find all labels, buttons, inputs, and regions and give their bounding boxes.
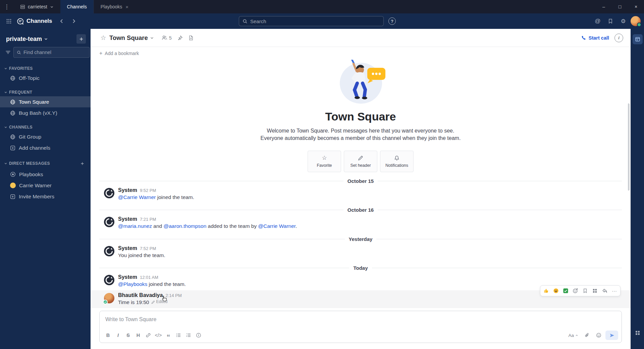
mention-link[interactable]: @maria.nunez — [118, 223, 152, 229]
strikethrough-button[interactable]: S — [123, 331, 133, 340]
system-avatar[interactable] — [104, 188, 114, 198]
thumbs-up-reaction-button[interactable] — [542, 287, 551, 295]
help-icon[interactable]: ? — [388, 17, 396, 25]
set-header-button[interactable]: Set header — [344, 151, 377, 172]
start-call-button[interactable]: Start call — [581, 35, 609, 41]
add-reaction-button[interactable] — [571, 287, 580, 295]
numbered-list-button[interactable] — [183, 331, 194, 340]
grinning-face-icon — [553, 288, 559, 294]
italic-button[interactable]: I — [113, 331, 123, 340]
channel-menu[interactable]: Town Square — [109, 34, 154, 42]
grinning-reaction-button[interactable] — [551, 287, 560, 295]
channel-info-icon[interactable]: i — [614, 34, 623, 42]
message-sender[interactable]: System — [118, 274, 137, 280]
send-message-button[interactable] — [605, 331, 618, 340]
tab-channels[interactable]: Channels — [60, 0, 94, 13]
add-bookmark-button[interactable]: + Add a bookmark — [91, 47, 631, 60]
sidebar-item-add-channels[interactable]: Add channels — [0, 142, 91, 153]
message-scrollbar[interactable] — [628, 103, 630, 191]
team-menu[interactable]: private-team — [6, 36, 48, 43]
mention-link[interactable]: @Carrie Warner — [118, 194, 156, 200]
server-selector[interactable]: carrietest — [13, 0, 60, 13]
bulleted-list-button[interactable] — [173, 331, 183, 340]
sidebar-item-git-group[interactable]: Git Group — [0, 131, 91, 142]
message-sender[interactable]: System — [118, 216, 137, 222]
emoji-picker-button[interactable] — [594, 331, 604, 340]
formatting-help-icon[interactable] — [194, 331, 204, 340]
plus-icon: + — [99, 50, 102, 56]
notifications-button[interactable]: Notifications — [380, 151, 414, 172]
mention-link[interactable]: @Playbooks — [118, 281, 147, 287]
sidebar-item-invite-members[interactable]: Invite Members — [0, 191, 91, 202]
save-message-button[interactable] — [581, 287, 590, 295]
add-direct-message-icon[interactable] — [78, 160, 86, 167]
channel-files-icon[interactable] — [186, 33, 196, 43]
user-avatar[interactable] — [104, 293, 114, 303]
sidebar-section-channels[interactable]: CHANNELS — [0, 124, 91, 131]
find-channel-field[interactable] — [23, 50, 86, 55]
favorite-star-icon[interactable]: ☆ — [99, 33, 108, 43]
message-text: Time is 19:50Edited — [118, 299, 182, 306]
mention-link[interactable]: @Carrie Warner — [258, 223, 296, 229]
channel-members-button[interactable]: 5 — [159, 34, 174, 42]
product-grid-icon[interactable] — [635, 330, 640, 336]
product-switcher-icon[interactable] — [3, 16, 14, 27]
member-count: 5 — [169, 35, 172, 41]
more-actions-button[interactable]: ··· — [610, 287, 619, 295]
app-menu-icon[interactable]: ⋮ — [0, 0, 13, 13]
search-field[interactable] — [250, 18, 380, 24]
toggle-formatting-button[interactable]: Aa — [566, 332, 580, 339]
search-input[interactable] — [239, 16, 384, 26]
history-back-icon[interactable] — [56, 16, 67, 27]
message-sender[interactable]: System — [118, 245, 137, 251]
reply-button[interactable] — [600, 287, 609, 295]
close-window-button[interactable]: × — [628, 0, 644, 13]
online-status-icon — [637, 22, 641, 27]
quote-button[interactable]: “ — [163, 331, 173, 340]
app-bar-playbooks-icon[interactable] — [633, 34, 643, 44]
sidebar-section-favorites[interactable]: FAVORITES — [0, 65, 91, 72]
mentions-icon[interactable]: @ — [592, 16, 603, 27]
history-forward-icon[interactable] — [68, 16, 79, 27]
message-timestamp: 9:52 PM — [140, 188, 156, 193]
chevron-down-icon — [4, 126, 7, 129]
tab-playbooks[interactable]: Playbooks × — [94, 0, 135, 13]
saved-posts-icon[interactable] — [605, 16, 616, 27]
settings-gear-icon[interactable]: ⚙ — [618, 16, 629, 27]
minimize-button[interactable]: – — [596, 0, 612, 13]
sidebar-item-town-square[interactable]: Town Square — [0, 96, 91, 107]
globe-icon — [10, 76, 15, 81]
sidebar-section-direct-messages[interactable]: DIRECT MESSAGES — [0, 159, 91, 169]
link-button[interactable] — [143, 331, 153, 340]
close-tab-icon[interactable]: × — [125, 4, 128, 10]
message-sender[interactable]: System — [118, 187, 137, 193]
bold-button[interactable]: B — [103, 331, 113, 340]
message-sender[interactable]: Bhautik Bavadiya — [118, 292, 163, 298]
system-avatar[interactable] — [104, 246, 114, 256]
heading-button[interactable]: H — [133, 331, 143, 340]
check-mark-reaction-button[interactable] — [561, 287, 570, 295]
attach-file-button[interactable] — [582, 331, 592, 340]
add-channels-plus-button[interactable] — [76, 34, 86, 44]
mention-link[interactable]: @aaron.thompson — [164, 223, 207, 229]
sidebar-item-carrie-warner[interactable]: Carrie Warner — [0, 180, 91, 191]
maximize-button[interactable]: □ — [612, 0, 628, 13]
message-apps-button[interactable] — [590, 287, 599, 295]
system-avatar[interactable] — [104, 217, 114, 227]
sidebar-item-off-topic[interactable]: Off-Topic — [0, 72, 91, 84]
channel-header: ☆ Town Square 5 Sta — [91, 29, 631, 47]
user-avatar[interactable] — [631, 16, 641, 26]
channel-intro-description: Welcome to Town Square. Post messages he… — [258, 127, 463, 142]
message-list[interactable]: Town Square Welcome to Town Square. Post… — [91, 60, 631, 310]
pinned-posts-icon[interactable] — [175, 33, 185, 43]
channel-filter-icon[interactable] — [5, 48, 11, 57]
plus-box-icon — [10, 194, 15, 199]
code-button[interactable]: </> — [153, 331, 163, 340]
sidebar-item-playbooks[interactable]: Playbooks — [0, 169, 91, 180]
system-avatar[interactable] — [104, 275, 114, 285]
find-channel-input[interactable] — [13, 47, 90, 58]
sidebar-item-bug-bash[interactable]: Bug Bash (vX.Y) — [0, 107, 91, 118]
favorite-channel-button[interactable]: ☆ Favorite — [308, 151, 341, 172]
message-input[interactable] — [100, 311, 622, 328]
sidebar-section-frequent[interactable]: FREQUENT — [0, 89, 91, 96]
